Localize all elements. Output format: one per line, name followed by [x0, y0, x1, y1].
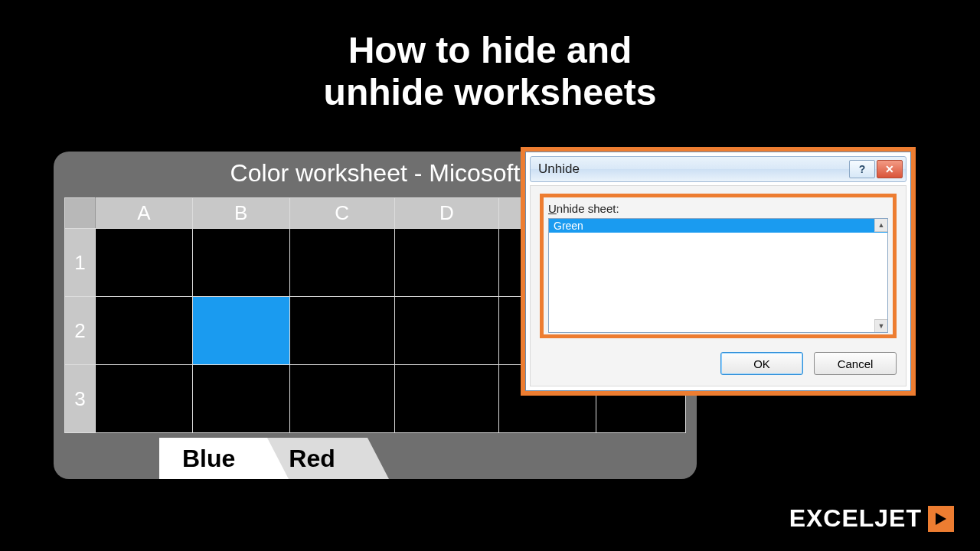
help-icon: ? — [859, 163, 866, 175]
cell-a1[interactable] — [96, 229, 193, 297]
col-header-d[interactable]: D — [394, 198, 499, 229]
ok-button[interactable]: OK — [720, 352, 803, 375]
brand-arrow-icon — [928, 506, 954, 532]
cell-d1[interactable] — [394, 229, 499, 297]
select-all-corner[interactable] — [65, 198, 96, 229]
unhide-sheet-label: Unhide sheet: — [548, 202, 888, 215]
list-item-green[interactable]: Green — [549, 219, 887, 233]
cell-d2[interactable] — [394, 297, 499, 365]
close-icon: ✕ — [885, 163, 894, 175]
row-header-3[interactable]: 3 — [65, 365, 96, 433]
brand-logo: EXCELJET — [789, 504, 954, 533]
cell-c2[interactable] — [289, 297, 394, 365]
cell-a3[interactable] — [96, 365, 193, 433]
page-title: How to hide and unhide worksheets — [0, 29, 980, 113]
cell-d3[interactable] — [394, 365, 499, 433]
dialog-highlight-frame: Unhide ? ✕ Unhide sheet: Green ▲ ▼ OK Ca… — [521, 147, 916, 396]
dialog-title: Unhide — [538, 161, 848, 177]
cell-c1[interactable] — [289, 229, 394, 297]
close-button[interactable]: ✕ — [877, 160, 903, 178]
list-highlight-frame: Unhide sheet: Green ▲ ▼ — [540, 194, 897, 338]
cell-c3[interactable] — [289, 365, 394, 433]
col-header-c[interactable]: C — [289, 198, 394, 229]
cancel-button[interactable]: Cancel — [814, 352, 897, 375]
scroll-down-button[interactable]: ▼ — [874, 319, 887, 332]
dialog-button-row: OK Cancel — [540, 349, 897, 375]
dialog-title-bar[interactable]: Unhide ? ✕ — [530, 156, 906, 182]
unhide-sheet-listbox[interactable]: Green ▲ ▼ — [548, 218, 888, 333]
dialog-body: Unhide sheet: Green ▲ ▼ OK Cancel — [530, 185, 906, 386]
brand-name: EXCELJET — [789, 504, 922, 533]
title-line-1: How to hide and — [348, 30, 632, 70]
row-header-2[interactable]: 2 — [65, 297, 96, 365]
sheet-tab-blue[interactable]: Blue — [159, 438, 267, 479]
cell-b3[interactable] — [192, 365, 289, 433]
title-line-2: unhide worksheets — [324, 72, 657, 112]
col-header-a[interactable]: A — [96, 198, 193, 229]
help-button[interactable]: ? — [849, 160, 875, 178]
cell-b2-selected[interactable] — [192, 297, 289, 365]
sheet-tab-label: Blue — [182, 445, 235, 473]
col-header-b[interactable]: B — [192, 198, 289, 229]
scroll-up-button[interactable]: ▲ — [874, 219, 887, 232]
sheet-tab-label: Red — [289, 445, 335, 473]
unhide-dialog: Unhide ? ✕ Unhide sheet: Green ▲ ▼ OK Ca… — [525, 152, 911, 391]
cell-a2[interactable] — [96, 297, 193, 365]
row-header-1[interactable]: 1 — [65, 229, 96, 297]
cell-b1[interactable] — [192, 229, 289, 297]
sheet-tab-strip: Blue Red — [159, 438, 368, 479]
